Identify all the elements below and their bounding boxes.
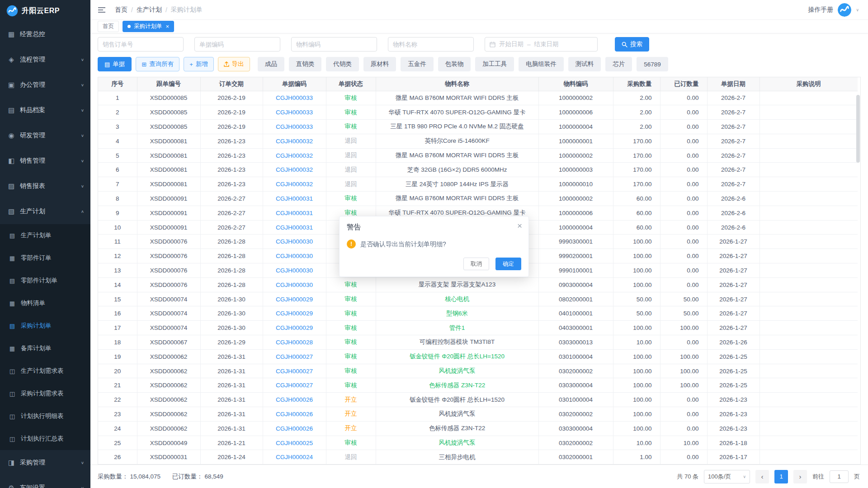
cell-doc-no[interactable]: CGJH000031: [263, 206, 326, 220]
add-button[interactable]: + 新增: [184, 57, 214, 71]
cell-doc-no[interactable]: CGJH000032: [263, 163, 326, 177]
sidebar-item-workshop-settings[interactable]: ⚙车间设置∨: [0, 475, 90, 488]
page-1-button[interactable]: 1: [774, 470, 788, 483]
table-row[interactable]: 25XSDD0000492026-1-21CGJH000025审核风机旋涡气泵0…: [98, 436, 858, 450]
goto-page-input[interactable]: [830, 470, 849, 483]
category-chip-9[interactable]: 芯片: [605, 57, 632, 71]
cell-doc-no[interactable]: CGJH000030: [263, 235, 326, 249]
cell-doc-no[interactable]: CGJH000031: [263, 192, 326, 206]
close-tab-icon[interactable]: ×: [166, 23, 170, 29]
table-row[interactable]: 19XSDD0000622026-1-31CGJH000027审核钣金铰链件 Φ…: [98, 349, 858, 364]
cell-doc-no[interactable]: CGJH000026: [263, 421, 326, 436]
cell-doc-no[interactable]: CGJH000029: [263, 306, 326, 321]
sidebar-item-sales-management[interactable]: ◧销售管理∨: [0, 148, 90, 174]
sidebar-item-bom-list[interactable]: ▦物料清单: [0, 292, 90, 314]
cell-doc-no[interactable]: CGJH000028: [263, 335, 326, 350]
category-chip-0[interactable]: 成品: [258, 57, 284, 71]
sidebar-item-office-management[interactable]: ▣办公管理∨: [0, 72, 90, 98]
sidebar-item-production-plan-demand[interactable]: ◫生产计划需求表: [0, 360, 90, 382]
table-row[interactable]: 4XSDD0000812026-1-23CGJH000032退回英特尔Core …: [98, 134, 858, 148]
category-chip-7[interactable]: 电脑组装件: [519, 57, 564, 71]
material-name-input[interactable]: [388, 37, 474, 52]
close-icon[interactable]: ×: [517, 221, 522, 230]
sidebar-item-plan-exec-summary[interactable]: ◫计划执行汇总表: [0, 427, 90, 450]
category-chip-1[interactable]: 直销类: [289, 57, 322, 71]
cell-doc-no[interactable]: CGJH000027: [263, 349, 326, 364]
table-row[interactable]: 18XSDD0000672026-1-29CGJH000028审核可编程控制器模…: [98, 335, 858, 350]
table-scrollbar-thumb[interactable]: [856, 95, 860, 163]
cell-doc-no[interactable]: CGJH000024: [263, 450, 326, 465]
table-row[interactable]: 1XSDD0000852026-2-19CGJH000033审核微星 MAG B…: [98, 91, 858, 105]
table-row[interactable]: 6XSDD0000812026-1-23CGJH000032退回芝奇 32GB …: [98, 163, 858, 177]
table-row[interactable]: 5XSDD0000812026-1-23CGJH000032退回微星 MAG B…: [98, 148, 858, 163]
menu-collapse-icon[interactable]: [97, 5, 107, 15]
page-size-select[interactable]: 100条/页 ∨: [704, 470, 750, 483]
prev-page-button[interactable]: ‹: [755, 470, 769, 483]
cell-doc-no[interactable]: CGJH000026: [263, 407, 326, 422]
cell-doc-no[interactable]: CGJH000030: [263, 277, 326, 292]
table-row[interactable]: 16XSDD0000742026-1-30CGJH000029审核型钢6米040…: [98, 306, 858, 321]
category-chip-6[interactable]: 加工工具: [475, 57, 514, 71]
table-row[interactable]: 26XSDD0000312026-1-24CGJH000024退回三相异步电机0…: [98, 450, 858, 465]
table-row[interactable]: 23XSDD0000622026-1-31CGJH000026开立风机旋涡气泵0…: [98, 407, 858, 422]
cell-doc-no[interactable]: CGJH000033: [263, 105, 326, 120]
table-row[interactable]: 21XSDD0000622026-1-31CGJH000027审核色标传感器 Z…: [98, 378, 858, 393]
cell-doc-no[interactable]: CGJH000026: [263, 393, 326, 407]
date-range-picker[interactable]: 开始日期 – 结束日期: [485, 37, 598, 52]
table-row[interactable]: 24XSDD0000622026-1-31CGJH000026开立色标传感器 Z…: [98, 421, 858, 436]
cell-doc-no[interactable]: CGJH000032: [263, 134, 326, 148]
sidebar-item-parts-order[interactable]: ▦零部件订单: [0, 247, 90, 269]
sidebar-item-process-management[interactable]: ◈流程管理∨: [0, 47, 90, 72]
cell-doc-no[interactable]: CGJH000031: [263, 220, 326, 235]
manual-link[interactable]: 操作手册: [808, 6, 833, 14]
confirm-button[interactable]: 确定: [495, 258, 521, 270]
table-row[interactable]: 22XSDD0000622026-1-31CGJH000026开立钣金铰链件 Φ…: [98, 393, 858, 407]
export-button[interactable]: 导出: [218, 57, 250, 71]
cell-doc-no[interactable]: CGJH000025: [263, 436, 326, 450]
sidebar-item-purchase-management[interactable]: ◨采购管理∨: [0, 450, 90, 475]
chevron-down-icon[interactable]: ∨: [856, 8, 859, 12]
table-row[interactable]: 14XSDD0000762026-1-28CGJH000030审核显示器支架 显…: [98, 277, 858, 292]
cell-doc-no[interactable]: CGJH000030: [263, 249, 326, 263]
tab-active[interactable]: 采购计划单×: [123, 21, 174, 32]
category-chip-10[interactable]: 56789: [637, 57, 668, 71]
sidebar-item-material-archive[interactable]: ▤料品档案∨: [0, 98, 90, 123]
category-chip-8[interactable]: 测试料: [568, 57, 601, 71]
next-page-button[interactable]: ›: [793, 470, 807, 483]
cell-doc-no[interactable]: CGJH000030: [263, 263, 326, 278]
cell-doc-no[interactable]: CGJH000029: [263, 321, 326, 335]
cell-doc-no[interactable]: CGJH000027: [263, 364, 326, 378]
table-scrollbar[interactable]: [856, 91, 860, 464]
sidebar-item-dashboard[interactable]: ▦经营总控: [0, 22, 90, 47]
sidebar-item-parts-plan-order[interactable]: ▤零部件计划单: [0, 269, 90, 292]
table-row[interactable]: 7XSDD0000812026-1-23CGJH000032退回三星 24英寸 …: [98, 177, 858, 192]
cell-doc-no[interactable]: CGJH000027: [263, 378, 326, 393]
table-row[interactable]: 2XSDD0000852026-2-19CGJH000033审核华硕 TUF-R…: [98, 105, 858, 120]
table-row[interactable]: 20XSDD0000622026-1-31CGJH000027审核风机旋涡气泵0…: [98, 364, 858, 378]
breadcrumb-item[interactable]: 生产计划: [137, 6, 162, 14]
cell-doc-no[interactable]: CGJH000032: [263, 177, 326, 192]
sidebar-item-production-plan[interactable]: ▧生产计划∧: [0, 199, 90, 224]
material-code-input[interactable]: [291, 37, 377, 52]
query-all-button[interactable]: ⊞ 查询所有: [136, 57, 179, 71]
table-row[interactable]: 15XSDD0000742026-1-30CGJH000029审核核心电机080…: [98, 292, 858, 306]
category-chip-5[interactable]: 包装物: [438, 57, 471, 71]
cell-doc-no[interactable]: CGJH000029: [263, 292, 326, 306]
doc-code-input[interactable]: [194, 37, 280, 52]
cancel-button[interactable]: 取消: [463, 258, 489, 270]
document-button[interactable]: ▤ 单据: [98, 57, 132, 71]
table-row[interactable]: 17XSDD0000742026-1-30CGJH000029审核管件10403…: [98, 321, 858, 335]
sidebar-item-plan-exec-detail[interactable]: ◫计划执行明细表: [0, 405, 90, 427]
cell-doc-no[interactable]: CGJH000032: [263, 148, 326, 163]
tab-item[interactable]: 首页: [98, 21, 119, 32]
cell-doc-no[interactable]: CGJH000033: [263, 91, 326, 105]
category-chip-4[interactable]: 五金件: [401, 57, 434, 71]
sidebar-item-stock-plan-order[interactable]: ▦备库计划单: [0, 337, 90, 360]
table-row[interactable]: 3XSDD0000852026-2-19CGJH000033审核三星 1TB 9…: [98, 120, 858, 134]
category-chip-3[interactable]: 原材料: [363, 57, 396, 71]
sidebar-item-sales-report[interactable]: ▨销售报表∨: [0, 174, 90, 199]
breadcrumb-item[interactable]: 首页: [115, 6, 127, 14]
sidebar-item-production-plan-order[interactable]: ▤生产计划单: [0, 224, 90, 247]
avatar[interactable]: [838, 3, 851, 17]
sales-order-input[interactable]: [98, 37, 184, 52]
